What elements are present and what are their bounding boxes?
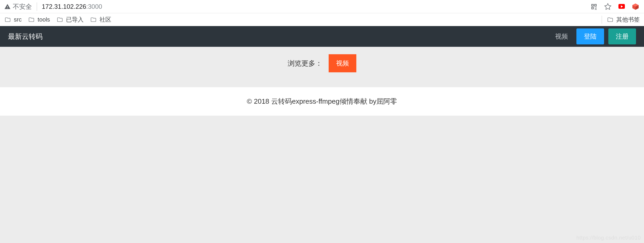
- url-port: :3000: [86, 3, 102, 10]
- bookmark-label: 社区: [100, 16, 111, 24]
- address-bar-actions: [590, 2, 640, 11]
- security-indicator[interactable]: 不安全: [4, 2, 37, 11]
- register-button[interactable]: 注册: [608, 28, 636, 44]
- csdn-watermark: https://blog.csdn.net/u010: [576, 235, 641, 241]
- warning-icon: [4, 3, 11, 10]
- url-display[interactable]: 172.31.102.226:3000: [42, 3, 590, 10]
- browse-more-label: 浏览更多：: [288, 59, 322, 68]
- video-button[interactable]: 视频: [329, 54, 356, 72]
- browser-address-bar: 不安全 172.31.102.226:3000: [0, 0, 644, 13]
- bookmark-bar: src tools 已导入 社区 其他书签: [0, 13, 644, 26]
- nav-video-link[interactable]: 视频: [551, 30, 572, 43]
- bookmark-folders: src tools 已导入 社区: [4, 16, 111, 24]
- site-footer: © 2018 云转码express-ffmpeg倾情奉献 by屈阿零: [0, 87, 644, 116]
- star-icon[interactable]: [604, 2, 612, 11]
- security-label: 不安全: [13, 2, 32, 11]
- footer-copyright: © 2018 云转码express-ffmpeg倾情奉献 by屈阿零: [0, 97, 644, 106]
- cube-extension-icon[interactable]: [631, 2, 640, 11]
- url-host: 172.31.102.226: [42, 3, 86, 10]
- bookmark-label: 已导入: [66, 16, 84, 24]
- bookmark-tools[interactable]: tools: [28, 16, 50, 23]
- nav-actions: 视频 登陆 注册: [551, 28, 636, 44]
- site-nav-header: 最新云转码 视频 登陆 注册: [0, 26, 644, 47]
- main-content: 浏览更多： 视频: [0, 47, 644, 80]
- login-button[interactable]: 登陆: [576, 28, 604, 44]
- bookmark-label: src: [14, 16, 22, 23]
- bookmark-community[interactable]: 社区: [90, 16, 111, 24]
- bookmark-other[interactable]: 其他书签: [602, 16, 640, 24]
- qr-icon[interactable]: [590, 2, 598, 11]
- bookmark-label: tools: [38, 16, 50, 23]
- site-title[interactable]: 最新云转码: [8, 32, 43, 41]
- youtube-extension-icon[interactable]: [617, 2, 626, 11]
- bookmark-src[interactable]: src: [4, 16, 22, 23]
- bookmark-other-label: 其他书签: [616, 16, 640, 24]
- browse-more-row: 浏览更多： 视频: [0, 54, 644, 72]
- bookmark-imported[interactable]: 已导入: [56, 16, 84, 24]
